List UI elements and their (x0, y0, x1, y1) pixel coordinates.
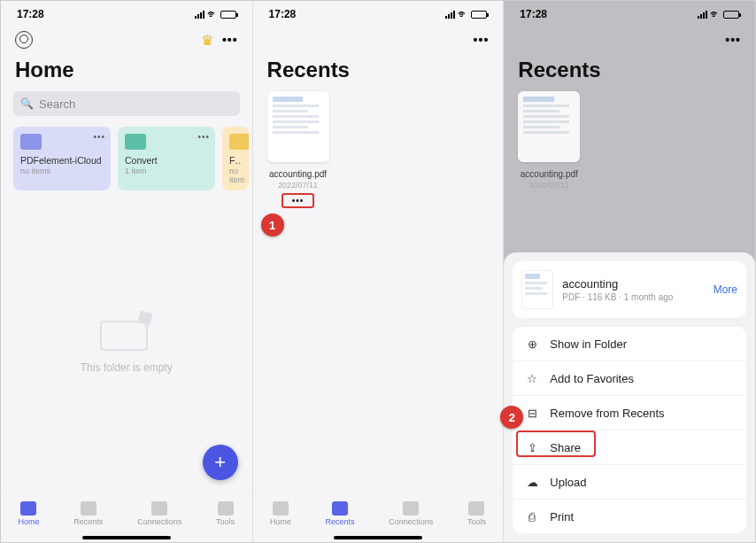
folder-icon (125, 134, 146, 150)
tab-recents[interactable]: Recents (73, 501, 103, 526)
sheet-header: accounting PDF · 116 KB · 1 month ago Mo… (513, 261, 746, 318)
status-time: 17:28 (520, 8, 547, 20)
file-card-accounting: accounting.pdf 2022/07/11 (516, 91, 582, 190)
folder-icon (229, 134, 249, 150)
callout-1: 1 (261, 213, 284, 237)
home-icon (20, 501, 36, 516)
file-date: 2022/07/11 (278, 181, 318, 190)
more-button[interactable]: ••• (474, 33, 490, 47)
battery-icon (220, 11, 236, 19)
tools-icon (468, 501, 484, 516)
search-input[interactable]: 🔍 Search (13, 91, 240, 116)
signal-icon (195, 11, 204, 19)
folder-more-icon[interactable]: ••• (197, 132, 210, 142)
sheet-more-link[interactable]: More (714, 283, 737, 296)
battery-icon (723, 11, 739, 19)
wifi-icon: ᯤ (710, 8, 721, 20)
status-bar: 17:28 ᯤ (504, 1, 755, 22)
folder-name: Favori (229, 155, 242, 166)
sheet-file-meta: PDF · 116 KB · 1 month ago (562, 292, 673, 302)
file-name: accounting.pdf (521, 169, 578, 179)
recents-icon (332, 501, 348, 516)
signal-icon (698, 11, 707, 19)
file-name: accounting.pdf (269, 169, 327, 179)
phone-recents: 17:28 ᯤ ••• Recents (253, 1, 505, 542)
empty-text: This folder is empty (81, 361, 173, 374)
signal-icon (445, 11, 455, 19)
folder-sub: no item (229, 167, 242, 184)
connections-icon (151, 501, 167, 516)
file-card-accounting[interactable]: accounting.pdf 2022/07/11 ••• (266, 91, 331, 208)
folder-name: Convert (125, 155, 208, 166)
file-date: 2022/07/11 (529, 181, 569, 190)
page-title: Recents (504, 54, 755, 91)
more-button[interactable]: ••• (725, 33, 741, 47)
status-icons: ᯤ (698, 8, 739, 20)
file-thumbnail (267, 91, 329, 162)
status-time: 17:28 (17, 8, 44, 20)
tab-home[interactable]: Home (18, 501, 39, 526)
action-remove-recents[interactable]: ⊟ Remove from Recents (513, 396, 746, 431)
status-icons: ᯤ (445, 8, 487, 20)
action-show-in-folder[interactable]: ⊕ Show in Folder (513, 327, 746, 361)
action-share[interactable]: ⇪ Share (513, 431, 746, 465)
tab-bar: Home Recents Connections Tools (1, 489, 252, 542)
wifi-icon: ᯤ (458, 8, 468, 20)
action-upload[interactable]: ☁ Upload (513, 465, 746, 500)
tools-icon (218, 501, 234, 516)
share-icon: ⇪ (525, 440, 539, 454)
minus-icon: ⊟ (525, 406, 539, 420)
folder-pdfelement-icloud[interactable]: ••• PDFelement-iCloud no items (13, 127, 111, 190)
empty-state: This folder is empty (1, 190, 252, 489)
tab-recents[interactable]: Recents (326, 501, 355, 526)
page-title: Recents (253, 54, 504, 91)
folder-row: ••• PDFelement-iCloud no items ••• Conve… (1, 127, 252, 190)
tab-tools[interactable]: Tools (216, 501, 235, 526)
action-sheet: accounting PDF · 116 KB · 1 month ago Mo… (504, 252, 755, 542)
tab-tools[interactable]: Tools (467, 501, 486, 526)
folder-sub: 1 item (125, 167, 208, 175)
tab-home[interactable]: Home (270, 501, 291, 526)
action-add-favorites[interactable]: ☆ Add to Favorites (513, 361, 746, 396)
tab-bar: Home Recents Connections Tools (253, 489, 504, 542)
folder-icon (20, 134, 42, 150)
home-icon (273, 501, 289, 516)
status-icons: ᯤ (195, 8, 236, 20)
phone-actionsheet: 17:28 ᯤ ••• Recents (504, 1, 755, 542)
phone-home: 17:28 ᯤ ♛ ••• Home 🔍 Search ••• PDFeleme… (1, 1, 253, 542)
print-icon: ⎙ (525, 509, 539, 524)
folder-convert[interactable]: ••• Convert 1 item (118, 127, 215, 190)
status-bar: 17:28 ᯤ (253, 1, 504, 22)
more-button[interactable]: ••• (222, 33, 238, 47)
tab-connections[interactable]: Connections (137, 501, 181, 526)
sheet-file-name: accounting (562, 277, 673, 291)
folder-sub: no items (20, 167, 104, 175)
folder-name: PDFelement-iCloud (20, 155, 104, 166)
upload-icon: ☁ (525, 475, 539, 489)
recents-icon (81, 501, 96, 516)
sheet-thumbnail (521, 270, 553, 309)
search-icon: 🔍 (20, 97, 34, 110)
page-title: Home (1, 54, 252, 91)
file-more-button[interactable]: ••• (282, 193, 315, 208)
wifi-icon: ᯤ (207, 8, 218, 20)
home-indicator (334, 536, 422, 539)
target-icon: ⊕ (525, 337, 539, 351)
folder-more-icon[interactable]: ••• (93, 132, 105, 142)
action-list: ⊕ Show in Folder ☆ Add to Favorites ⊟ Re… (513, 327, 746, 533)
fab-add-button[interactable]: + (203, 445, 238, 480)
battery-icon (471, 11, 487, 19)
empty-illustration (91, 306, 162, 351)
status-bar: 17:28 ᯤ (1, 1, 252, 22)
tab-connections[interactable]: Connections (389, 501, 433, 526)
home-indicator (82, 536, 171, 539)
search-placeholder: Search (39, 97, 75, 111)
action-print[interactable]: ⎙ Print (513, 500, 746, 533)
file-thumbnail (518, 91, 580, 162)
star-icon: ☆ (525, 371, 539, 385)
status-time: 17:28 (269, 8, 297, 20)
connections-icon (403, 501, 419, 516)
profile-icon[interactable] (15, 31, 33, 49)
folder-favorites[interactable]: Favori no item (222, 127, 249, 190)
crown-icon[interactable]: ♛ (201, 32, 213, 49)
